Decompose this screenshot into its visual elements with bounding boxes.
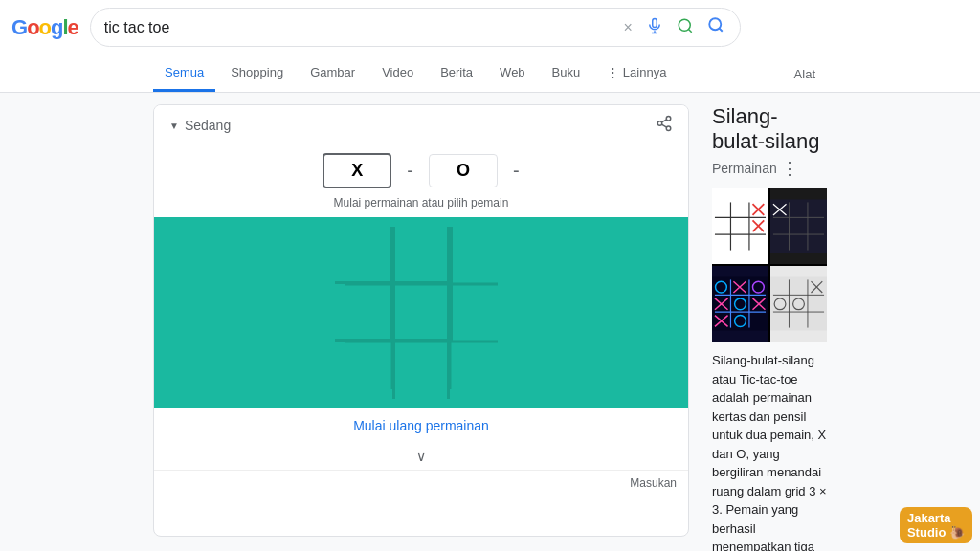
cell-3[interactable] <box>335 284 392 342</box>
cell-4[interactable] <box>392 284 450 342</box>
tab-video[interactable]: Video <box>370 55 425 92</box>
collapse-icon[interactable]: ▼ <box>169 121 179 131</box>
restart-button[interactable]: Mulai ulang permainan <box>154 408 688 443</box>
player-x-button[interactable]: X <box>323 153 391 188</box>
player-x-symbol: X <box>351 161 363 181</box>
game-header: ▼ Sedang <box>154 105 688 145</box>
search-icons: × <box>622 14 726 40</box>
player-o-button[interactable]: O <box>429 154 498 187</box>
svg-point-1 <box>679 19 690 31</box>
svg-rect-21 <box>770 199 827 253</box>
top-bar: Google × <box>0 0 980 55</box>
lens-button[interactable] <box>675 15 696 40</box>
tools-button[interactable]: Alat <box>783 57 827 91</box>
player-x-score: - <box>407 160 413 182</box>
search-box: × <box>90 8 741 47</box>
svg-point-2 <box>709 18 721 30</box>
game-panel: ▼ Sedang X - O - Mulai permainan atau pi… <box>153 104 689 537</box>
search-input[interactable] <box>104 19 614 36</box>
player-o-symbol: O <box>457 161 470 181</box>
level-label: Sedang <box>185 118 231 133</box>
svg-point-5 <box>666 126 671 131</box>
image-grid <box>712 188 827 342</box>
cell-5[interactable] <box>450 284 507 342</box>
tab-gambar[interactable]: Gambar <box>299 55 367 92</box>
game-header-left: ▼ Sedang <box>169 118 231 133</box>
cell-2[interactable] <box>450 227 507 284</box>
tab-buku[interactable]: Buku <box>541 55 592 92</box>
image-cell-3[interactable] <box>712 266 768 342</box>
svg-line-6 <box>661 124 666 127</box>
cell-1[interactable] <box>392 227 450 284</box>
cell-7[interactable] <box>392 342 450 399</box>
google-logo: Google <box>11 15 78 40</box>
info-more-icon[interactable]: ⋮ <box>781 158 798 179</box>
tab-lainnya[interactable]: ⋮ Lainnya <box>595 55 678 92</box>
player-o-score: - <box>513 160 520 182</box>
info-title: Silang-bulat-silang <box>712 104 827 154</box>
tab-shopping[interactable]: Shopping <box>219 55 295 92</box>
search-button[interactable] <box>705 14 726 40</box>
mic-button[interactable] <box>644 15 665 40</box>
image-cell-4[interactable] <box>770 266 827 342</box>
cell-6[interactable] <box>335 342 392 399</box>
chevron-down-icon[interactable]: ∨ <box>154 443 688 470</box>
board-grid-container <box>335 227 507 399</box>
svg-point-3 <box>666 117 671 121</box>
clear-button[interactable]: × <box>622 17 635 38</box>
svg-line-7 <box>661 120 666 122</box>
info-subtitle: Permainan ⋮ <box>712 158 827 179</box>
tab-web[interactable]: Web <box>488 55 537 92</box>
cell-0[interactable] <box>335 227 392 284</box>
tab-berita[interactable]: Berita <box>429 55 484 92</box>
masukan-label: Masukan <box>154 470 688 496</box>
game-board-area <box>154 217 688 408</box>
player-hint: Mulai permainan atau pilih pemain <box>154 196 688 217</box>
player-selector: X - O - <box>154 145 688 196</box>
tab-semua[interactable]: Semua <box>153 55 215 92</box>
info-description: Silang-bulat-silang atau Tic-tac-toe ada… <box>712 351 827 551</box>
main-content: ▼ Sedang X - O - Mulai permainan atau pi… <box>0 93 980 548</box>
share-icon[interactable] <box>656 115 673 136</box>
svg-point-4 <box>657 121 662 126</box>
nav-tabs: Semua Shopping Gambar Video Berita Web B… <box>0 55 980 93</box>
image-cell-1[interactable] <box>712 188 768 264</box>
image-cell-2[interactable] <box>770 188 827 264</box>
svg-rect-0 <box>653 18 657 27</box>
cell-8[interactable] <box>450 342 507 399</box>
info-panel: Silang-bulat-silang Permainan ⋮ <box>712 104 827 537</box>
watermark: Jakarta Studio 🐌 <box>900 507 972 543</box>
